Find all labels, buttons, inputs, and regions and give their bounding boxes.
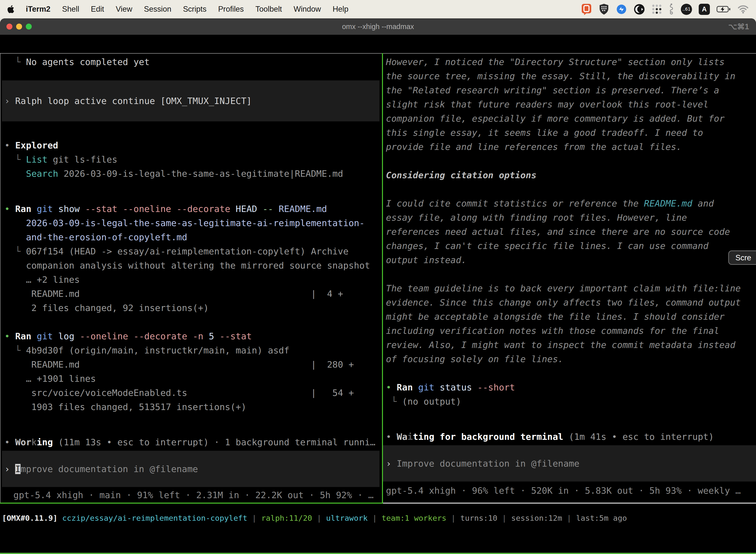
reasoning-line: I could cite commit statistics or refere… bbox=[383, 196, 756, 211]
ralph-loop-prompt-box[interactable]: › Ralph loop active continue [OMX_TMUX_I… bbox=[2, 80, 379, 121]
model-status-line: gpt-5.4 xhigh · main · 91% left · 2.31M … bbox=[0, 488, 382, 502]
reasoning-heading: Considering citation options bbox=[383, 168, 756, 182]
pane-border-bottom-active bbox=[0, 503, 383, 504]
prompt-input-box[interactable]: › Improve documentation in @filename bbox=[383, 445, 756, 482]
circle-61-label: ..61 bbox=[682, 7, 690, 12]
pane-border-bottom-inactive bbox=[383, 503, 756, 504]
menubar-status-icons: ..61 A bbox=[581, 3, 749, 15]
reasoning-line: provide file and line references from th… bbox=[383, 140, 756, 154]
left-pane[interactable]: └ No agents completed yet› Ralph loop ac… bbox=[0, 54, 382, 503]
log-stat-src-line: src/voice/voiceModeEnabled.ts | 54 + bbox=[0, 386, 382, 400]
reasoning-line: essay file, along with finding root file… bbox=[383, 211, 756, 225]
omx-status-line: [OMX#0.11.9] cczip/essay/ai-reimplementa… bbox=[2, 511, 756, 525]
squiggle-icon[interactable] bbox=[669, 3, 674, 15]
shield-grid-icon[interactable] bbox=[599, 3, 609, 15]
no-output-line: └ (no output) bbox=[383, 394, 756, 408]
stat-readme-line: README.md | 4 + bbox=[0, 287, 382, 301]
menubar-menu-items: iTerm2ShellEditViewSessionScriptsProfile… bbox=[26, 5, 349, 14]
dots-grid-icon[interactable] bbox=[651, 4, 662, 14]
explored-list-line: └ List git ls-files bbox=[0, 152, 382, 167]
reasoning-line: the "Related research writing" section i… bbox=[383, 83, 756, 97]
commit-message-line: companion analysis without altering the … bbox=[0, 258, 382, 273]
menu-window[interactable]: Window bbox=[294, 5, 321, 14]
reasoning-line: slight risk that future readers may over… bbox=[383, 97, 756, 111]
menu-toolbelt[interactable]: Toolbelt bbox=[255, 5, 282, 14]
prompt-input-box[interactable]: › Improve documentation in @filename bbox=[2, 451, 379, 487]
menu-scripts[interactable]: Scripts bbox=[183, 5, 207, 14]
input-source-label: A bbox=[702, 5, 707, 13]
reasoning-line: including verification notes with those … bbox=[383, 324, 756, 338]
reasoning-line: The team guideline is to back every impo… bbox=[383, 281, 756, 295]
log-stat-summary-line: 1903 files changed, 513517 insertions(+) bbox=[0, 400, 382, 414]
blue-badge-icon[interactable] bbox=[616, 4, 627, 15]
ralph-loop-prompt-box: › Ralph loop active continue [OMX_TMUX_I… bbox=[2, 94, 252, 108]
crescent-app-icon[interactable] bbox=[634, 4, 645, 15]
reasoning-line: of focusing solely on file lines. bbox=[383, 352, 756, 366]
circle-61-badge[interactable]: ..61 bbox=[681, 4, 692, 15]
right-pane[interactable]: However, I noticed the "Directory Struct… bbox=[383, 54, 756, 503]
close-button[interactable] bbox=[6, 23, 12, 30]
reasoning-line: output instead. bbox=[383, 253, 756, 267]
explored-search-line: Search 2026-03-09-is-legal-the-same-as-l… bbox=[0, 167, 382, 181]
minimize-button[interactable] bbox=[16, 23, 22, 30]
reasoning-line: review. Also, I might want to inspect th… bbox=[383, 338, 756, 352]
more-lines-ellipsis: … +2 lines bbox=[0, 273, 382, 287]
agents-completed-line: └ No agents completed yet bbox=[0, 55, 382, 69]
tmux-host-clock: "MacBook-Pro-44.local" 04:52 31-Mar-26 bbox=[578, 553, 754, 554]
menu-view[interactable]: View bbox=[116, 5, 132, 14]
ran-git-show-command: • Ran git show --stat --oneline --decora… bbox=[0, 202, 382, 216]
traffic-lights bbox=[6, 18, 32, 35]
window-shortcut-badge: ⌥⌘1 bbox=[728, 22, 749, 31]
chat-bubble-icon[interactable] bbox=[581, 3, 592, 15]
screen-share-overlay-label: Scre bbox=[736, 251, 751, 265]
prompt-input-box: › Improve documentation in @filename bbox=[383, 456, 579, 470]
reasoning-line: references need actual files, and since … bbox=[383, 225, 756, 239]
tmux-session-label: [omx-cczip0:bash* bbox=[2, 553, 81, 554]
reasoning-line: However, I noticed the "Directory Struct… bbox=[383, 55, 756, 69]
stat-summary-line: 2 files changed, 92 insertions(+) bbox=[0, 301, 382, 315]
terminal-window: omx --xhigh --madmax ⌥⌘1 └ No agents com… bbox=[0, 18, 756, 554]
reasoning-line: the source tree, missing the essay. Stil… bbox=[383, 69, 756, 83]
input-source-a-icon[interactable]: A bbox=[699, 4, 710, 15]
log-commit-line: └ 4b9d30f (origin/main, instructkr/main,… bbox=[0, 343, 382, 357]
essay-filename-line-2: and-the-erosion-of-copyleft.md bbox=[0, 230, 382, 244]
battery-icon[interactable] bbox=[716, 5, 731, 13]
apple-menu-icon[interactable] bbox=[7, 5, 14, 14]
ran-git-log-command: • Ran git log --oneline --decorate -n 5 … bbox=[0, 329, 382, 343]
commit-line: └ 067f154 (HEAD -> essay/ai-reimplementa… bbox=[0, 244, 382, 258]
terminal-content: └ No agents completed yet› Ralph loop ac… bbox=[0, 53, 756, 554]
essay-filename-line-1: 2026-03-09-is-legal-the-same-as-legitima… bbox=[0, 216, 382, 230]
reasoning-line: changes, I can't cite specific file line… bbox=[383, 239, 756, 253]
reasoning-line: might be acceptable alongside the file l… bbox=[383, 310, 756, 324]
explored-header: • Explored bbox=[0, 138, 382, 152]
model-status-line: gpt-5.4 xhigh · 96% left · 520K in · 5.8… bbox=[383, 484, 756, 498]
ran-git-status-command: • Ran git status --short bbox=[383, 380, 756, 394]
reasoning-line: evidence. Since this change only affects… bbox=[383, 295, 756, 310]
working-status-line: • Working (11m 13s • esc to interrupt) ·… bbox=[0, 435, 382, 449]
menu-profiles[interactable]: Profiles bbox=[218, 5, 244, 14]
log-stat-readme-line: README.md | 280 + bbox=[0, 357, 382, 372]
window-title: omx --xhigh --madmax bbox=[342, 22, 414, 31]
menu-iterm2[interactable]: iTerm2 bbox=[26, 5, 50, 14]
screen-share-overlay[interactable]: Scre bbox=[728, 251, 756, 265]
reasoning-line: companion file, especially if more comme… bbox=[383, 111, 756, 126]
tmux-status-bar: [omx-cczip0:bash* "MacBook-Pro-44.local"… bbox=[0, 553, 756, 554]
menu-edit[interactable]: Edit bbox=[91, 5, 104, 14]
prompt-input-box: › Improve documentation in @filename bbox=[2, 462, 198, 476]
wifi-icon[interactable] bbox=[738, 5, 749, 14]
menubar-menus-group: iTerm2ShellEditViewSessionScriptsProfile… bbox=[7, 5, 349, 14]
menu-session[interactable]: Session bbox=[144, 5, 171, 14]
reasoning-line: this single essay, it seems like a good … bbox=[383, 126, 756, 140]
log-more-lines-ellipsis: … +1901 lines bbox=[0, 372, 382, 386]
menu-shell[interactable]: Shell bbox=[62, 5, 79, 14]
menubar: iTerm2ShellEditViewSessionScriptsProfile… bbox=[0, 0, 756, 18]
waiting-status-line: • Waiting for background terminal (1m 41… bbox=[383, 430, 756, 444]
titlebar[interactable]: omx --xhigh --madmax ⌥⌘1 bbox=[0, 18, 756, 35]
menu-help[interactable]: Help bbox=[333, 5, 349, 14]
zoom-button[interactable] bbox=[26, 23, 32, 30]
